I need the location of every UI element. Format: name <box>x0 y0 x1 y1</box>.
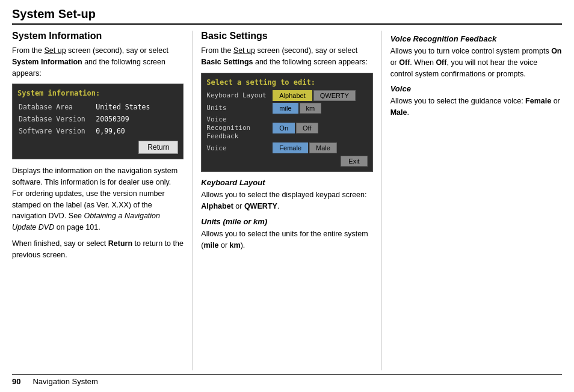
subsection-title-voice-select: Voice <box>390 84 562 93</box>
page-header: System Set-up <box>12 7 562 25</box>
settings-panel: Select a setting to edit: Keyboard Layou… <box>201 73 372 173</box>
settings-row-units: Units mile km <box>206 103 367 114</box>
voice-recognition-feedback-desc: Allows you to turn voice control system … <box>390 46 562 79</box>
table-row: Database Area United States <box>17 101 178 113</box>
columns: System Information From the Set up scree… <box>12 31 562 370</box>
system-info-intro: From the Set up screen (second), say or … <box>12 45 184 79</box>
col-voice: Voice Recognition Feedback Allows you to… <box>381 31 562 370</box>
voice-select-desc: Allows you to select the guidance voice:… <box>390 96 562 118</box>
settings-label-voice-recognition: Voice RecognitionFeedback <box>206 115 273 141</box>
keyboard-qwerty-button[interactable]: QWERTY <box>313 90 356 101</box>
system-info-desc2: When finished, say or select Return to r… <box>12 238 184 261</box>
table-row: Software Version 0,99,60 <box>17 125 178 137</box>
table-cell-value: 20050309 <box>94 113 178 125</box>
return-button[interactable]: Return <box>138 141 178 154</box>
voice-recognition-off-button[interactable]: Off <box>296 123 318 133</box>
units-mile-button[interactable]: mile <box>273 103 298 114</box>
exit-button[interactable]: Exit <box>341 156 367 167</box>
settings-row-voice: Voice Female Male <box>206 142 367 153</box>
voice-female-button[interactable]: Female <box>273 142 308 153</box>
settings-label-keyboard: Keyboard Layout <box>206 91 273 99</box>
footer-page-number: 90 <box>12 377 20 386</box>
footer-nav-label: Navigation System <box>32 377 97 386</box>
table-cell-value: United States <box>94 101 178 113</box>
voice-recognition-on-button[interactable]: On <box>273 123 295 133</box>
settings-panel-title: Select a setting to edit: <box>206 78 367 87</box>
section-title-system-info: System Information <box>12 31 184 41</box>
col-basic-settings: Basic Settings From the Set up screen (s… <box>192 31 381 370</box>
exit-row: Exit <box>206 156 367 167</box>
system-info-panel: System information: Database Area United… <box>12 84 184 159</box>
subsection-title-keyboard: Keyboard Layout <box>201 178 372 187</box>
voice-male-button[interactable]: Male <box>309 142 337 153</box>
table-cell-label: Database Version <box>17 113 94 125</box>
units-km-button[interactable]: km <box>300 103 322 114</box>
system-info-desc1: Displays the information on the navigati… <box>12 165 184 233</box>
keyboard-alphabet-button[interactable]: Alphabet <box>273 90 312 101</box>
system-info-table: Database Area United States Database Ver… <box>17 101 178 137</box>
subsection-title-units: Units (mile or km) <box>201 217 372 226</box>
subsection-title-voice-recognition-feedback: Voice Recognition Feedback <box>390 34 562 43</box>
settings-label-voice: Voice <box>206 144 273 152</box>
settings-btns-units: mile km <box>273 103 321 114</box>
table-cell-label: Database Area <box>17 101 94 113</box>
settings-row-voice-recognition: Voice RecognitionFeedback On Off <box>206 115 367 141</box>
page-footer: 90 Navigation System <box>12 374 562 386</box>
table-cell-value: 0,99,60 <box>94 125 178 137</box>
col-system-information: System Information From the Set up scree… <box>12 31 192 370</box>
table-row: Database Version 20050309 <box>17 113 178 125</box>
settings-row-keyboard: Keyboard Layout Alphabet QWERTY <box>206 90 367 101</box>
basic-settings-intro: From the Set up screen (second), say or … <box>201 45 372 68</box>
units-desc: Allows you to select the units for the e… <box>201 228 372 251</box>
table-cell-label: Software Version <box>17 125 94 137</box>
settings-btns-keyboard: Alphabet QWERTY <box>273 90 356 101</box>
keyboard-layout-desc: Allows you to select the displayed keypa… <box>201 189 372 212</box>
settings-label-units: Units <box>206 104 273 112</box>
page-title: System Set-up <box>12 7 96 20</box>
settings-btns-voice-recognition: On Off <box>273 123 318 133</box>
system-info-panel-title: System information: <box>17 89 178 97</box>
section-title-basic-settings: Basic Settings <box>201 31 372 41</box>
return-row: Return <box>17 141 178 154</box>
settings-btns-voice: Female Male <box>273 142 337 153</box>
